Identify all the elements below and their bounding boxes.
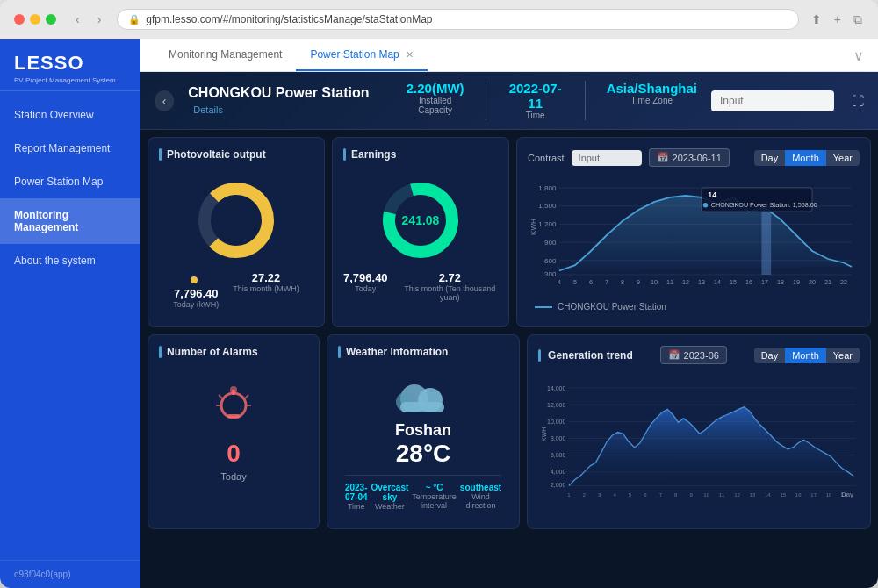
svg-text:1,200: 1,200 xyxy=(538,220,557,228)
contrast-day-button[interactable]: Day xyxy=(754,150,786,166)
earnings-month-stat: 2.72 This month (Ten thousand yuan) xyxy=(402,271,498,302)
station-search-input[interactable] xyxy=(711,90,834,111)
contrast-date-value: 2023-06-11 xyxy=(673,153,722,163)
svg-text:2,000: 2,000 xyxy=(551,482,566,488)
weather-card: Weather Information Foshan 28°C xyxy=(327,334,520,529)
url-text: gfpm.lesso.com/#/monitoring/statisticsMa… xyxy=(146,13,787,25)
minimize-dot[interactable] xyxy=(30,14,40,25)
svg-text:KWH: KWH xyxy=(541,427,547,441)
add-tab-button[interactable]: + xyxy=(832,11,843,29)
share-button[interactable]: ⬆ xyxy=(810,11,824,29)
timezone-value: Asia/Shanghai xyxy=(607,81,697,96)
weather-city: Foshan xyxy=(395,421,451,440)
weather-desc-item: Overcast sky Weather xyxy=(371,483,409,511)
browser-titlebar: ‹ › 🔒 gfpm.lesso.com/#/monitoring/statis… xyxy=(0,0,878,39)
dashboard-bottom-grid: Number of Alarms xyxy=(140,334,878,536)
close-dot[interactable] xyxy=(14,14,25,25)
installed-capacity-meta: 2.20(MW) Installed Capacity xyxy=(407,81,464,120)
svg-text:8: 8 xyxy=(674,491,678,498)
tab-bar: Monitoring Management Power Station Map … xyxy=(140,39,878,72)
back-button[interactable]: ‹ xyxy=(70,11,85,28)
svg-text:5: 5 xyxy=(629,491,632,498)
tabs-button[interactable]: ⧉ xyxy=(852,11,864,29)
svg-line-44 xyxy=(219,395,222,398)
svg-text:3: 3 xyxy=(598,491,601,498)
url-bar[interactable]: 🔒 gfpm.lesso.com/#/monitoring/statistics… xyxy=(117,9,798,30)
title-bar-icon xyxy=(159,148,162,161)
fullscreen-button[interactable]: ⛶ xyxy=(852,94,864,108)
station-header: ‹ CHONGKOU Power Station Details 2.20(MW… xyxy=(140,72,878,130)
sidebar-item-report-management[interactable]: Report Management xyxy=(0,132,140,165)
installed-capacity-value: 2.20(MW) xyxy=(407,81,464,96)
svg-text:16: 16 xyxy=(745,278,752,286)
generation-area-chart: 14,000 12,000 10,000 8,000 6,000 4,000 2… xyxy=(538,371,860,512)
generation-chart-header: Generation trend 📅 2023-06 Day Month Yea… xyxy=(538,346,860,364)
weather-temp-label: Temperature interval xyxy=(412,492,457,510)
maximize-dot[interactable] xyxy=(46,14,56,25)
sidebar-item-monitoring-management[interactable]: Monitoring Management xyxy=(0,198,140,244)
sidebar-item-about-system[interactable]: About the system xyxy=(0,244,140,277)
earnings-today-value: 7,796.40 xyxy=(343,271,388,284)
generation-date-picker[interactable]: 📅 2023-06 xyxy=(660,346,727,364)
svg-text:2: 2 xyxy=(583,491,587,498)
svg-text:11: 11 xyxy=(719,491,725,498)
contrast-year-button[interactable]: Year xyxy=(826,150,860,166)
generation-year-button[interactable]: Year xyxy=(826,348,860,363)
earnings-donut-chart: 241.08 xyxy=(377,176,464,264)
alarms-card: Number of Alarms xyxy=(148,334,320,529)
earnings-center-text: 241.08 xyxy=(402,213,440,227)
photovoltaic-card: Photovoltaic output 7,796.40 xyxy=(148,137,325,327)
sidebar-navigation: Station Overview Report Management Power… xyxy=(0,91,140,560)
contrast-legend: CHONGKOU Power Station xyxy=(528,300,860,313)
svg-text:600: 600 xyxy=(544,257,557,265)
svg-text:8: 8 xyxy=(621,278,624,286)
generation-month-button[interactable]: Month xyxy=(785,348,826,363)
station-prev-button[interactable]: ‹ xyxy=(155,90,174,111)
svg-text:10: 10 xyxy=(651,278,658,286)
alarms-title-bar xyxy=(159,346,162,358)
weather-temperature: 28°C xyxy=(396,440,451,468)
legend-label: CHONGKOU Power Station xyxy=(558,302,666,312)
tab-monitoring-management[interactable]: Monitoring Management xyxy=(155,39,296,71)
generation-day-button[interactable]: Day xyxy=(754,348,786,363)
timezone-label: Time Zone xyxy=(607,96,697,105)
time-meta: 2022-07-11 Time xyxy=(507,81,564,120)
alarms-content: 0 Today xyxy=(159,367,308,496)
generation-calendar-icon: 📅 xyxy=(668,349,680,361)
tab-collapse-arrow[interactable]: ∨ xyxy=(853,47,864,64)
weather-date-label: Time xyxy=(345,502,368,511)
svg-text:5: 5 xyxy=(573,278,577,286)
sidebar-item-power-station-map[interactable]: Power Station Map xyxy=(0,165,140,198)
sidebar: LESSO PV Project Management System Stati… xyxy=(0,39,140,588)
weather-title-bar xyxy=(338,346,341,358)
alarm-label: Today xyxy=(220,471,246,482)
weather-temp-interval: ~ °C xyxy=(412,483,457,492)
svg-text:13: 13 xyxy=(698,278,705,286)
svg-text:6: 6 xyxy=(589,278,593,286)
generation-period-buttons: Day Month Year xyxy=(754,348,860,363)
svg-text:14: 14 xyxy=(708,190,716,199)
station-details-link[interactable]: Details xyxy=(193,104,223,115)
forward-button[interactable]: › xyxy=(92,11,107,28)
station-title-group: CHONGKOU Power Station Details xyxy=(188,85,392,117)
tab-close-icon[interactable]: ✕ xyxy=(406,49,414,60)
svg-text:12: 12 xyxy=(734,491,740,498)
logo-text: LESSO xyxy=(14,52,126,75)
photovoltaic-title: Photovoltaic output xyxy=(159,148,313,161)
sidebar-item-station-overview[interactable]: Station Overview xyxy=(0,98,140,132)
tab-power-station-map[interactable]: Power Station Map ✕ xyxy=(296,39,428,71)
earnings-title-bar xyxy=(343,148,346,161)
generation-title: Generation trend xyxy=(548,349,633,362)
today-label: Today (kWH) xyxy=(173,300,219,309)
svg-text:17: 17 xyxy=(761,278,768,286)
svg-text:4,000: 4,000 xyxy=(551,469,566,475)
contrast-date-picker[interactable]: 📅 2023-06-11 xyxy=(649,148,730,167)
earnings-stats: 7,796.40 Today 2.72 This month (Ten thou… xyxy=(343,271,498,302)
meta-divider-2 xyxy=(585,81,586,120)
svg-rect-51 xyxy=(400,402,444,412)
contrast-input[interactable] xyxy=(572,150,642,166)
svg-text:18: 18 xyxy=(777,278,784,286)
weather-desc-label: Weather xyxy=(371,502,409,511)
contrast-month-button[interactable]: Month xyxy=(785,150,826,166)
meta-divider-1 xyxy=(486,81,486,120)
